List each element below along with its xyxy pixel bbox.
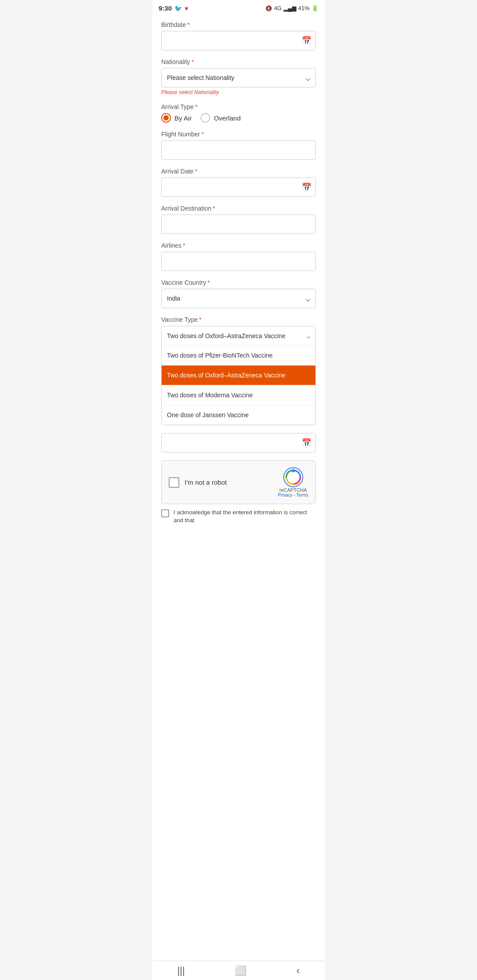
arrival-destination-section: Arrival Destination * [161,205,316,234]
captcha-subtext: reCAPTCHA [279,487,307,493]
captcha-left: I'm not a robot [169,477,227,488]
vaccine-type-label: Vaccine Type * [161,316,316,323]
arrival-type-label: Arrival Type * [161,103,316,110]
flight-number-required: * [201,131,204,138]
flight-number-label: Flight Number * [161,131,316,138]
heart-icon [185,4,188,12]
vaccine-option-astrazeneca[interactable]: Two doses of Oxford–AstraZeneca Vaccine [162,366,315,385]
status-left: 9:30 [159,4,188,12]
acknowledge-text: I acknowledge that the entered informati… [174,509,316,524]
captcha-terms-link[interactable]: Terms [296,493,308,498]
vaccine-option-moderna[interactable]: Two doses of Moderna Vaccine [162,385,315,405]
birthdate-input[interactable] [161,31,316,50]
radio-by-air-outer[interactable] [161,113,171,123]
vaccine-date-section: 📅 [161,433,316,452]
arrival-date-input[interactable] [161,177,316,197]
time: 9:30 [159,4,172,12]
arrival-date-required: * [195,168,197,175]
signal-label: 4G [274,5,281,11]
arrival-date-input-wrapper: 📅 [161,177,316,197]
vaccine-country-select[interactable]: India [161,289,316,308]
radio-overland-label: Overland [214,114,241,122]
vaccine-type-options-list: Two doses of Pfizer-BioNTech Vaccine Two… [162,346,315,425]
captcha-label: I'm not a robot [185,479,227,486]
acknowledge-checkbox[interactable] [161,509,169,517]
nationality-error: Please select Nationality [161,89,316,95]
recaptcha-logo [283,467,303,487]
battery-icon: 🔋 [311,5,318,11]
flight-number-section: Flight Number * [161,131,316,160]
vaccine-type-selected-value: Two doses of Oxford–AstraZeneca Vaccine [167,332,285,339]
arrival-destination-label: Arrival Destination * [161,205,316,212]
birthdate-label: Birthdate * [161,21,316,28]
airlines-label: Airlines * [161,242,316,249]
twitter-icon [174,4,182,12]
nationality-select[interactable]: Please select Nationality [161,68,316,87]
arrival-type-required: * [195,103,197,110]
arrival-type-section: Arrival Type * By Air Overland [161,103,316,123]
captcha-links: Privacy - Terms [278,493,308,498]
form-container: Birthdate * 📅 Nationality * Please selec… [152,16,325,961]
vaccine-type-dropdown[interactable]: Two doses of Oxford–AstraZeneca Vaccine … [161,326,316,425]
captcha-section[interactable]: I'm not a robot reCAPTCHA Privacy - Term… [161,460,316,504]
arrival-type-radio-group: By Air Overland [161,113,316,123]
captcha-privacy-link[interactable]: Privacy [278,493,292,498]
vaccine-type-arrow-icon: ⌵ [307,332,310,339]
airlines-input[interactable] [161,252,316,271]
vaccine-option-pfizer[interactable]: Two doses of Pfizer-BioNTech Vaccine [162,346,315,366]
vaccine-date-input-wrapper: 📅 [161,433,316,452]
arrival-date-label: Arrival Date * [161,168,316,175]
vaccine-option-janssen[interactable]: One dose of Janssen Vaccine [162,405,315,425]
vaccine-country-required: * [208,279,210,286]
nationality-required: * [191,58,193,65]
mute-icon [265,5,272,11]
nationality-label: Nationality * [161,58,316,65]
nationality-select-wrapper: Please select Nationality ⌵ [161,68,316,87]
arrival-date-section: Arrival Date * 📅 [161,168,316,197]
arrival-destination-input[interactable] [161,215,316,234]
captcha-right: reCAPTCHA Privacy - Terms [278,467,308,498]
acknowledge-section: I acknowledge that the entered informati… [161,504,316,529]
birthdate-required: * [187,21,189,28]
birthdate-input-wrapper: 📅 [161,31,316,50]
status-bar: 9:30 4G ▂▄▆ 41% 🔋 [152,0,325,16]
captcha-checkbox[interactable] [169,477,179,488]
radio-by-air-label: By Air [174,114,192,122]
vaccine-type-required: * [199,316,201,323]
radio-overland[interactable]: Overland [201,113,241,123]
airlines-required: * [183,242,185,249]
nationality-section: Nationality * Please select Nationality … [161,58,316,95]
signal-bars: ▂▄▆ [284,5,296,11]
radio-overland-outer[interactable] [201,113,210,123]
arrival-destination-required: * [213,205,215,212]
status-right: 4G ▂▄▆ 41% 🔋 [265,5,318,11]
radio-by-air[interactable]: By Air [161,113,192,123]
vaccine-country-section: Vaccine Country * India ⌵ [161,279,316,308]
vaccine-country-select-wrapper: India ⌵ [161,289,316,308]
vaccine-date-input[interactable] [161,433,316,452]
radio-by-air-inner [163,115,169,121]
birthdate-section: Birthdate * 📅 [161,21,316,50]
vaccine-type-section: Vaccine Type * Two doses of Oxford–Astra… [161,316,316,425]
flight-number-input[interactable] [161,140,316,160]
airlines-section: Airlines * [161,242,316,271]
vaccine-type-header[interactable]: Two doses of Oxford–AstraZeneca Vaccine … [162,326,315,346]
vaccine-country-label: Vaccine Country * [161,279,316,286]
battery-level: 41% [298,5,310,11]
